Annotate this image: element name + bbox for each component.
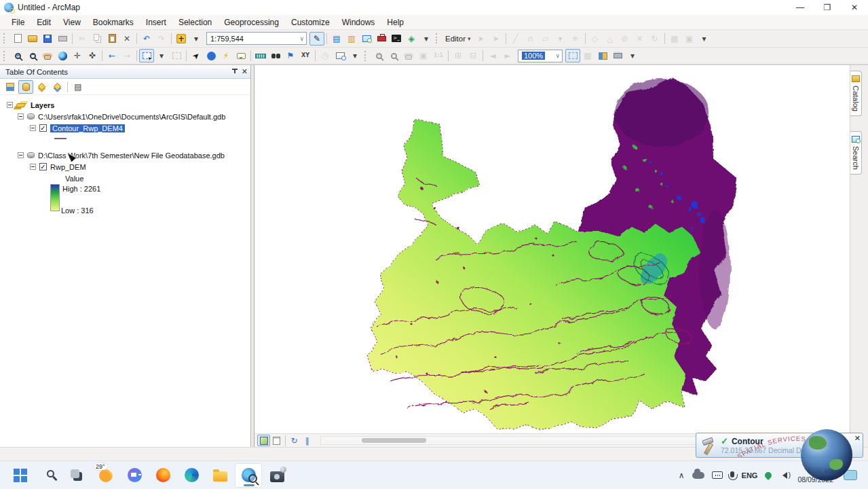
list-by-drawing-order-button[interactable] xyxy=(3,80,18,94)
gdb-path-label[interactable]: C:\Users\rfak1\OneDrive\Documents\ArcGIS… xyxy=(38,113,225,121)
pause-drawing-button[interactable]: ∥ xyxy=(301,435,314,446)
menu-selection[interactable]: Selection xyxy=(172,16,218,29)
edit-vertices-button[interactable]: ✎ xyxy=(309,32,324,46)
fixed-zoom-out-layout-button[interactable]: ⊟ xyxy=(466,49,480,62)
save-button[interactable] xyxy=(40,32,55,46)
taskbar-search[interactable] xyxy=(35,463,62,488)
layer-checkbox[interactable]: ✓ xyxy=(39,124,47,132)
map-canvas[interactable] xyxy=(254,65,850,433)
menu-customize[interactable]: Customize xyxy=(285,16,336,29)
paste-button[interactable] xyxy=(105,32,119,46)
tab-catalog[interactable]: Catalog xyxy=(850,71,862,116)
tray-chevron-icon[interactable]: ∧ xyxy=(679,471,685,480)
list-by-visibility-button[interactable] xyxy=(34,80,49,94)
clear-selected-features-button[interactable] xyxy=(169,49,184,62)
data-driven-pages-button[interactable] xyxy=(595,49,610,62)
taskbar-screen-recorder[interactable] xyxy=(263,463,290,488)
tools-toolbar-overflow[interactable]: ▾ xyxy=(347,49,362,62)
layout-view-button[interactable] xyxy=(270,435,283,446)
pan-button[interactable] xyxy=(40,49,55,62)
contour-line-symbol[interactable] xyxy=(54,138,67,139)
identify-button[interactable] xyxy=(204,49,219,62)
zoom-in-layout-button[interactable] xyxy=(371,49,386,62)
toc-close-icon[interactable]: ✕ xyxy=(242,67,248,76)
expander-icon[interactable] xyxy=(7,102,13,108)
pin-icon[interactable] xyxy=(231,69,238,75)
measure-button[interactable] xyxy=(253,49,268,62)
menu-edit[interactable]: Edit xyxy=(31,16,57,29)
tab-search[interactable]: Search xyxy=(850,131,862,175)
toast-close-icon[interactable]: ✕ xyxy=(854,434,861,443)
editor-toolbar-overflow[interactable]: ▾ xyxy=(697,32,712,46)
delete-button[interactable]: ✕ xyxy=(119,32,134,46)
zoom-out-layout-button[interactable] xyxy=(386,49,401,62)
toast-title[interactable]: Contour xyxy=(732,437,763,446)
standard-toolbar-overflow[interactable]: ▾ xyxy=(419,32,434,46)
endpoint-arc-tool[interactable]: ∩ xyxy=(523,32,538,46)
menu-view[interactable]: View xyxy=(57,16,87,29)
cut-polygons-tool[interactable]: ⊘ xyxy=(618,32,633,46)
go-to-xy-button[interactable]: XY xyxy=(298,49,313,62)
taskbar-start[interactable] xyxy=(7,463,34,488)
expander-icon[interactable] xyxy=(18,152,24,158)
menu-geoprocessing[interactable]: Geoprocessing xyxy=(218,16,285,29)
zoom-100-button[interactable]: 1:1 xyxy=(431,49,446,62)
attributes-button[interactable]: ▦ xyxy=(667,32,682,46)
menu-file[interactable]: File xyxy=(5,16,31,29)
language-indicator[interactable]: ENG xyxy=(742,471,758,479)
editor-menu-button[interactable]: Editor xyxy=(442,35,474,43)
straight-segment-tool[interactable]: ╱ xyxy=(508,32,523,46)
construction-dropdown[interactable]: ▾ xyxy=(553,32,568,46)
fixed-zoom-in-button[interactable]: ✛ xyxy=(70,49,85,62)
select-features-button[interactable] xyxy=(139,49,154,62)
select-features-dropdown[interactable]: ▾ xyxy=(154,49,169,62)
layer-checkbox[interactable]: ✓ xyxy=(39,163,47,170)
minimize-button[interactable]: — xyxy=(787,0,814,15)
undo-button[interactable]: ↶ xyxy=(139,32,154,46)
menu-insert[interactable]: Insert xyxy=(140,16,172,29)
expander-icon[interactable] xyxy=(18,113,24,120)
sketch-properties-button[interactable]: ▣ xyxy=(682,32,697,46)
list-by-source-button[interactable] xyxy=(18,80,33,94)
expander-icon[interactable] xyxy=(30,164,36,170)
go-forward-extent-button[interactable]: → xyxy=(119,49,134,62)
new-document-button[interactable] xyxy=(10,32,25,46)
table-of-contents-window-button[interactable]: ▤ xyxy=(329,32,344,46)
list-by-selection-button[interactable] xyxy=(50,80,64,94)
touch-keyboard-icon[interactable] xyxy=(712,471,723,479)
data-frame-label[interactable]: Layers xyxy=(31,101,54,109)
create-viewer-window-button[interactable] xyxy=(333,49,347,62)
taskbar-task-view[interactable] xyxy=(64,463,91,488)
pan-layout-button[interactable] xyxy=(401,49,416,62)
focus-data-frame-button[interactable]: ▦ xyxy=(580,49,595,62)
taskbar-firefox[interactable] xyxy=(149,463,176,488)
layout-toolbar-overflow[interactable]: ▾ xyxy=(625,49,640,62)
print-button[interactable] xyxy=(55,32,70,46)
edit-vertices-tool[interactable]: ◇ xyxy=(588,32,603,46)
taskbar-file-explorer[interactable] xyxy=(206,463,233,488)
toolbar-grip[interactable] xyxy=(3,33,7,43)
refresh-view-button[interactable]: ↻ xyxy=(288,435,301,446)
expander-icon[interactable] xyxy=(30,125,36,131)
next-page-button[interactable]: ► xyxy=(500,49,515,62)
html-popup-button[interactable] xyxy=(233,49,248,62)
toolbar-grip[interactable] xyxy=(364,51,368,61)
layout-zoom-combo[interactable]: 100% ∨ xyxy=(518,50,563,62)
select-elements-button[interactable]: ➤ xyxy=(189,49,204,62)
modelbuilder-button[interactable]: ◈ xyxy=(404,32,419,46)
taskbar-arcmap[interactable] xyxy=(235,463,262,488)
point-tool[interactable]: ✳ xyxy=(568,32,583,46)
editor-annotation-tool[interactable]: ➤ xyxy=(489,32,504,46)
python-window-button[interactable]: >_ xyxy=(389,32,404,46)
hyperlink-button[interactable]: ⚡ xyxy=(219,49,233,62)
full-extent-button[interactable] xyxy=(55,49,70,62)
menu-help[interactable]: Help xyxy=(381,16,410,29)
editor-edit-tool[interactable]: ➤ xyxy=(474,32,489,46)
map-scale-combo[interactable]: 1:759,544 ∨ xyxy=(206,32,307,45)
add-data-dropdown[interactable]: ▾ xyxy=(189,32,204,46)
fixed-zoom-in-layout-button[interactable]: ⊞ xyxy=(451,49,466,62)
data-view-button[interactable] xyxy=(257,435,270,446)
layer-label-selected[interactable]: Contour_Rwp_DEM4 xyxy=(50,124,125,132)
menu-bookmarks[interactable]: Bookmarks xyxy=(87,16,140,29)
location-icon[interactable] xyxy=(763,470,773,479)
